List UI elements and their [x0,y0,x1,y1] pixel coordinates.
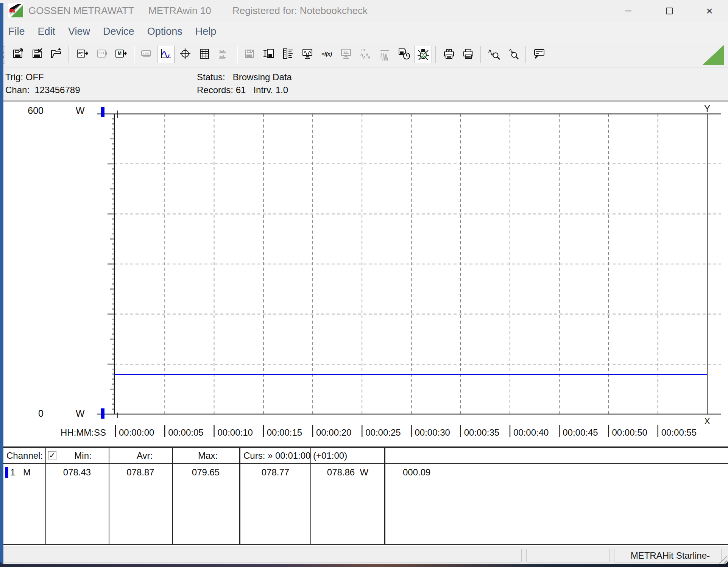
toolbar-button-zoom-in-wave[interactable] [485,46,503,63]
table-header-underline [3,463,728,464]
x-axis-tick-label: 00:00:50 [612,427,647,439]
live-monitor-icon [301,47,314,62]
toolbar-separator [480,46,482,63]
toolbar-button-import-file[interactable] [28,46,46,63]
toolbar-button-debug-bug[interactable] [415,46,432,63]
title-registered-for: Registered for: Notebookcheck [232,0,368,22]
send-device-321-icon: 321 [95,47,108,62]
y-axis-unit-top: W [76,105,85,116]
maximize-icon [666,8,673,14]
toolbar-button-timed-store[interactable] [395,46,413,63]
toolbar-button-histogram-view [215,46,232,63]
x-axis-unit-label: HH:MM:SS [53,427,106,439]
toolbar-button-live-monitor[interactable] [299,46,316,63]
toolbar-button-value-list[interactable] [279,46,297,63]
cell-max: 079.65 [172,465,239,480]
toolbar-button-monitor-321: 321 [337,46,355,63]
column-header-min: Min: [60,449,106,463]
toolbar-button-zoom-out-wave[interactable] [505,46,522,63]
print-icon [461,47,475,62]
app-window: GOSSEN METRAWATT METRAwin 10 Registered … [0,0,728,564]
status-panel-device: METRAHit Starline-Seri [614,549,722,562]
menu-item-edit[interactable]: Edit [38,26,56,37]
formula-icon: =f(x) [320,47,334,62]
toolbar-button-open-file[interactable] [48,46,65,63]
x-axis-tick-label: 00:00:15 [267,427,302,439]
desktop: GOSSEN METRAWATT METRAwin 10 Registered … [0,0,728,567]
svg-text:Y: Y [704,103,710,114]
toolbar-button-read-device-321[interactable]: 321 [73,46,91,63]
zoom-in-wave-icon [487,47,501,62]
import-file-icon [30,47,44,62]
toolbar-button-xy-view[interactable] [176,46,194,63]
table-divider [45,448,46,544]
channel-color-marker [5,467,8,478]
value-list-icon [281,47,295,62]
toolbar-button-wave-compare [357,46,374,63]
toolbar-separator [69,46,70,63]
toolbar-button-chart-view[interactable] [157,46,175,63]
chart-plot[interactable]: YX [3,102,728,446]
monitor-321-icon: 321 [339,47,353,62]
menu-bar: FileEditViewDeviceOptionsHelp [0,22,728,42]
title-brand: GOSSEN METRAWATT [28,0,134,22]
app-logo-icon [8,3,23,18]
trigger-status: Trig: OFF [5,72,44,83]
svg-text:1257: 1257 [143,52,150,55]
toolbar-button-send-device-321: 321 [93,46,110,63]
minimize-icon [625,11,631,11]
menu-item-help[interactable]: Help [195,26,217,37]
svg-text:X: X [704,416,710,426]
table-view-icon [198,47,211,62]
close-button[interactable]: × [697,0,722,22]
menu-item-device[interactable]: Device [103,26,134,37]
timed-store-icon [397,47,411,62]
column-header-cursor: Curs: » 00:01:00 (+01:00) [243,449,347,463]
info-bar: Trig: OFF Chan: 123456789 Status: Browsi… [0,68,728,100]
cell-min: 078.43 [45,465,109,480]
toolbar-button-formula[interactable]: =f(x) [318,46,335,63]
minimize-button[interactable] [616,0,641,22]
toolbar-button-multimeter-display: 1257 [138,46,155,63]
chart-panel[interactable]: YX 600 W 0 W HH:MM:SS 00:00:0000:00:0500… [3,101,728,447]
x-axis-tick-label: 00:00:10 [218,427,253,439]
y-axis-min-label: 0 [15,408,44,419]
toolbar-button-print[interactable] [460,46,477,63]
toolbar-button-table-view[interactable] [196,46,213,63]
open-file-icon [50,47,63,62]
maximize-button[interactable] [657,0,681,22]
menu-item-options[interactable]: Options [147,26,182,37]
menu-item-view[interactable]: View [68,26,90,37]
export-file-icon [11,47,25,62]
x-axis-tick-label: 00:00:20 [316,427,351,439]
channel-visible-checkbox[interactable]: ✓ [48,451,57,460]
toolbar-separator [435,46,437,63]
window-left-edge [0,3,3,564]
toolbar-button-export-file[interactable] [9,46,27,63]
store-device-icon [262,47,276,62]
column-header-avr: Avr: [120,449,169,463]
wave-compare-icon [359,47,372,62]
toolbar-button-wave-burst [376,46,393,63]
status-panel-middle [526,549,610,562]
x-axis-tick-label: 00:00:25 [365,427,401,439]
table-divider [109,448,109,544]
table-bottom-line [3,544,728,545]
wave-burst-icon [378,47,391,62]
print-chart-icon [442,47,456,62]
table-divider [239,448,240,544]
toolbar-button-store-device[interactable] [260,46,277,63]
x-axis-tick-label: 00:00:45 [563,427,598,439]
debug-bug-icon [416,47,430,62]
channel-status: Chan: 123456789 [5,85,80,95]
toolbar-button-read-device-m[interactable]: M [112,46,129,63]
status-panel-left [4,549,522,562]
chart-view-icon [159,47,173,62]
menu-item-file[interactable]: File [8,26,25,37]
toolbar-button-print-chart[interactable] [440,46,458,63]
toolbar-button-comment[interactable] [530,46,548,63]
cell-delta: 000.09 [403,465,430,480]
table-divider [384,448,385,544]
measurement-table: Channel: ✓ Min: Avr: Max: Curs: » 00:01:… [3,447,728,546]
svg-text:M: M [118,51,122,56]
